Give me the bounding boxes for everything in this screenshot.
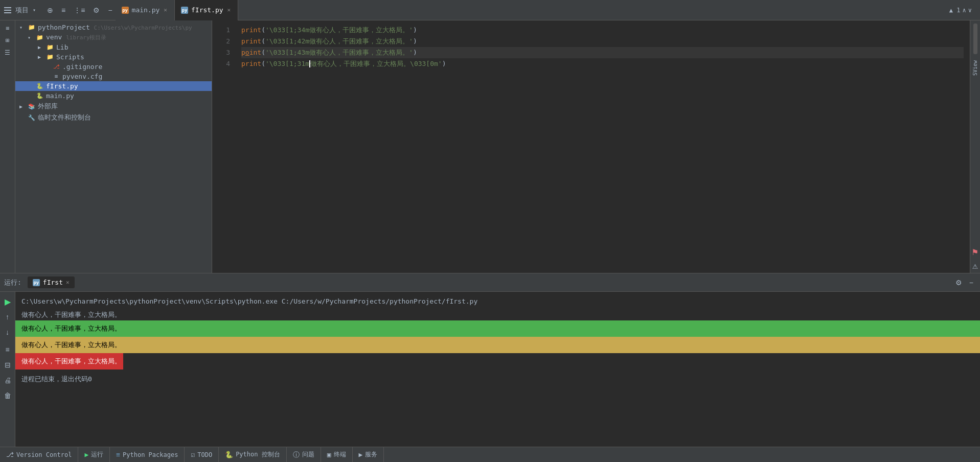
- chevron-up-icon[interactable]: ∧: [963, 7, 966, 14]
- keyword-print-2: print: [241, 36, 261, 47]
- python-packages-icon: ≡: [116, 451, 120, 458]
- console-icon: 🔧: [28, 114, 36, 121]
- left-strip-icon-3[interactable]: ☰: [2, 47, 13, 58]
- todo-icon: ☑: [191, 451, 195, 458]
- run-sidebar: ▶ ↑ ↓ ≡ ⊟ 🖨 🗑: [0, 292, 15, 447]
- tree-label-venv: venv library根目录: [46, 33, 107, 41]
- py-icon-first: 🐍: [36, 83, 44, 90]
- tab-main-py[interactable]: py main.py ✕: [116, 0, 175, 20]
- run-tab-close-first[interactable]: ✕: [66, 279, 70, 286]
- status-todo[interactable]: ☑ TODO: [185, 447, 219, 462]
- run-scroll-down-button[interactable]: ↓: [1, 326, 14, 339]
- title-bar: 项目 ▾ ⊕ ≡ ⋮≡ ⚙ − py main.py ✕ py fIrst.py…: [0, 0, 980, 20]
- code-content[interactable]: print('\033[1;34m做有心人，干困难事，立大格局。') print…: [235, 20, 970, 273]
- tree-item-temp-console[interactable]: ▶ 🔧 临时文件和控制台: [15, 112, 212, 123]
- tab-close-first[interactable]: ✕: [226, 6, 232, 14]
- run-tab-icon-first: py: [33, 279, 40, 286]
- tree-item-external-libs[interactable]: ▶ 📚 外部库: [15, 101, 212, 112]
- cmd-text: C:\Users\w\PycharmProjects\pythonProject…: [21, 297, 477, 305]
- run-tab-first[interactable]: py fIrst ✕: [28, 276, 75, 288]
- line-num-1: 1: [212, 25, 230, 36]
- right-label-extra2: ⚠: [972, 260, 978, 273]
- run-output-green: 做有心人，干困难事，立大格局。: [15, 320, 980, 337]
- equalizer-button[interactable]: ≡: [58, 4, 69, 16]
- cursor-pos-3: o: [245, 47, 249, 58]
- status-problems[interactable]: ⓘ 问题: [287, 447, 321, 462]
- tree-item-main-py[interactable]: ▶ 🐍 main.py: [15, 91, 212, 101]
- scrollbar-indicator[interactable]: [973, 24, 977, 54]
- tree-label-gitignore: .gitignore: [62, 63, 102, 71]
- run-command-line: C:\Users\w\PycharmProjects\pythonProject…: [21, 296, 974, 307]
- status-run[interactable]: ▶ 运行: [78, 447, 110, 462]
- keyword-print-3: p: [241, 47, 245, 58]
- services-icon: ▶: [359, 451, 363, 458]
- tree-label-external: 外部库: [38, 102, 58, 111]
- run-scroll-up-button[interactable]: ↑: [1, 310, 14, 324]
- settings-button[interactable]: ⚙: [90, 4, 103, 16]
- tree-item-first-py[interactable]: ▶ 🐍 fIrst.py: [15, 81, 212, 91]
- status-version-control[interactable]: ⎇ Version Control: [0, 447, 78, 462]
- tree-label-pythonproject: pythonProject C:\Users\w\PycharmProjects…: [38, 24, 192, 31]
- tree-item-venv[interactable]: ▾ 📁 venv library根目录: [15, 32, 212, 42]
- folder-icon-lib: 📁: [46, 44, 54, 51]
- tab-first-py[interactable]: py fIrst.py ✕: [175, 0, 238, 20]
- dropdown-arrow-icon[interactable]: ▾: [33, 7, 36, 13]
- run-output-red: 做有心人，干困难事，立大格局。: [15, 353, 980, 369]
- tree-label-pyvenv: pyvenv.cfg: [62, 73, 102, 80]
- tree-label-first-py: fIrst.py: [46, 82, 78, 90]
- keyword-print-1: print: [241, 25, 261, 36]
- right-label-sview[interactable]: SView: [971, 56, 979, 80]
- tree-item-pyvenv[interactable]: ▶ ≡ pyvenv.cfg: [15, 72, 212, 81]
- tree-item-lib[interactable]: ▶ 📁 Lib: [15, 42, 212, 52]
- plain-text: 做有心人，干困难事，立大格局。: [21, 311, 121, 318]
- status-python-console[interactable]: 🐍 Python 控制台: [219, 447, 287, 462]
- run-tab-label-first: fIrst: [43, 279, 63, 286]
- run-panel-settings-button[interactable]: ⚙: [953, 277, 965, 288]
- status-label-run: 运行: [91, 450, 103, 459]
- right-vertical-labels: SView ⚑ ⚠: [970, 20, 980, 273]
- run-output[interactable]: C:\Users\w\PycharmProjects\pythonProject…: [15, 292, 980, 447]
- run-play-button[interactable]: ▶: [1, 295, 14, 308]
- problems-icon: ⓘ: [293, 450, 300, 459]
- run-delete-button[interactable]: 🗑: [1, 389, 14, 402]
- git-icon-gitignore: ⎇: [52, 63, 60, 71]
- status-terminal[interactable]: ▣ 终端: [321, 447, 353, 462]
- folder-icon-pythonproject: 📁: [28, 24, 36, 31]
- left-strip-icon-1[interactable]: ≡: [2, 22, 13, 34]
- bottom-panel: 运行: py fIrst ✕ ⚙ − ▶ ↑ ↓ ≡ ⊟ 🖨 🗑 C:\User…: [0, 273, 980, 447]
- chevron-down-icon[interactable]: ∨: [968, 7, 972, 14]
- status-services[interactable]: ▶ 服务: [353, 447, 384, 462]
- exit-text: 进程已结束，退出代码0: [21, 375, 92, 383]
- run-print-button[interactable]: 🖨: [1, 374, 14, 387]
- global-search-button[interactable]: ⊕: [44, 4, 56, 16]
- title-bar-left: 项目 ▾ ⊕ ≡ ⋮≡ ⚙ −: [4, 4, 116, 16]
- tree-item-gitignore[interactable]: ▶ ⎇ .gitignore: [15, 62, 212, 72]
- left-strip-icon-2[interactable]: ⊞: [2, 35, 13, 46]
- run-wrap-button[interactable]: ≡: [1, 343, 14, 356]
- run-clear-button[interactable]: ⊟: [1, 358, 14, 372]
- tab-close-main[interactable]: ✕: [163, 6, 168, 14]
- string-3: '\033[1;43m做有心人，干困难事，立大格局。': [265, 47, 413, 58]
- line-num-2: 2: [212, 36, 230, 47]
- run-panel-minimize-button[interactable]: −: [967, 277, 976, 288]
- hamburger-menu[interactable]: [4, 7, 11, 13]
- split-button[interactable]: ⋮≡: [71, 4, 88, 16]
- tree-label-scripts: Scripts: [56, 53, 84, 61]
- status-bar: ⎇ Version Control ▶ 运行 ≡ Python Packages…: [0, 447, 980, 462]
- tree-arrow-lib: ▶: [38, 44, 44, 50]
- tree-label-main-py: main.py: [46, 92, 74, 100]
- run-output-plain: 做有心人，干困难事，立大格局。: [21, 309, 974, 320]
- minimize-button[interactable]: −: [105, 4, 115, 16]
- run-exit-line: 进程已结束，退出代码0: [21, 374, 974, 385]
- tree-arrow-venv: ▾: [28, 35, 34, 40]
- tree-item-pythonproject[interactable]: ▾ 📁 pythonProject C:\Users\w\PycharmProj…: [15, 22, 212, 32]
- status-python-packages[interactable]: ≡ Python Packages: [110, 447, 185, 462]
- line-numbers: 1 2 3 4: [212, 20, 235, 273]
- status-label-python-console: Python 控制台: [236, 450, 280, 459]
- tree-item-scripts[interactable]: ▶ 📁 Scripts: [15, 52, 212, 62]
- code-line-2: print('\033[1;42m做有心人，干困难事，立大格局。'): [241, 36, 964, 47]
- folder-icon-scripts: 📁: [46, 54, 54, 61]
- right-label-extra1: ⚑: [972, 246, 978, 259]
- project-dropdown-label[interactable]: 项目: [15, 6, 29, 15]
- status-label-todo: TODO: [197, 451, 212, 458]
